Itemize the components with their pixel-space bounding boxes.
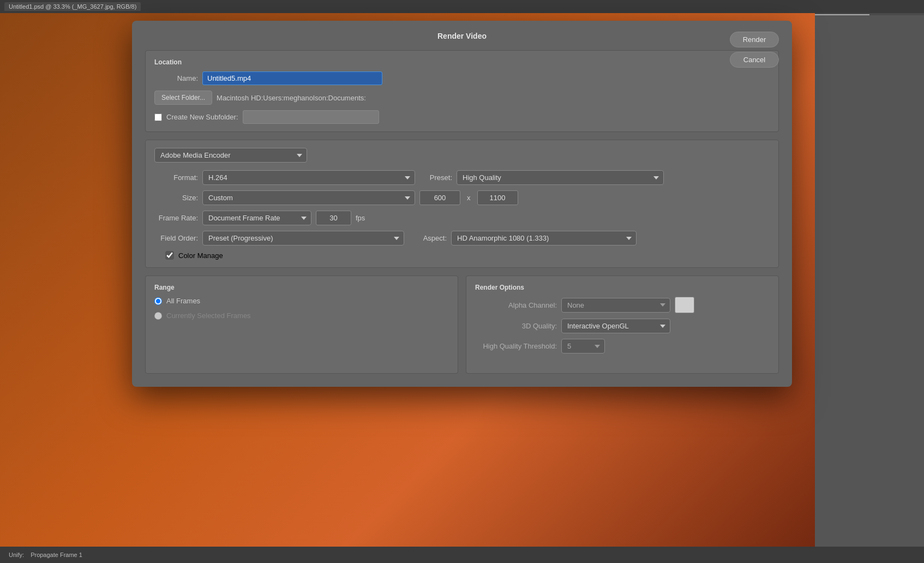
- range-section-label: Range: [154, 284, 449, 291]
- fps-input[interactable]: [316, 211, 351, 225]
- format-select[interactable]: H.264: [202, 170, 415, 185]
- all-frames-radio[interactable]: [154, 297, 162, 305]
- fps-label: fps: [356, 214, 365, 222]
- color-manage-label: Color Manage: [178, 251, 223, 260]
- location-section: Location Name: Select Folder... Macintos…: [145, 50, 779, 132]
- width-input[interactable]: [419, 190, 460, 205]
- encoder-select[interactable]: Adobe Media Encoder: [154, 148, 307, 163]
- render-button[interactable]: Render: [730, 32, 779, 47]
- render-video-dialog: Render Video Render Cancel Location Name…: [132, 21, 792, 387]
- selected-frames-radio[interactable]: [154, 312, 162, 320]
- quality-3d-row: 3D Quality: Interactive OpenGL: [475, 319, 770, 333]
- cancel-button[interactable]: Cancel: [730, 52, 779, 68]
- alpha-channel-select[interactable]: None: [561, 298, 670, 313]
- field-order-label: Field Order:: [154, 234, 198, 242]
- preset-select[interactable]: High Quality: [457, 170, 664, 185]
- subfolder-input[interactable]: [243, 110, 379, 124]
- folder-path: Macintosh HD:Users:meghanolson:Documents…: [217, 94, 366, 102]
- aspect-select[interactable]: HD Anamorphic 1080 (1.333): [451, 231, 637, 245]
- frame-rate-label: Frame Rate:: [154, 214, 198, 222]
- color-manage-checkbox[interactable]: [165, 251, 174, 260]
- color-manage-row: Color Manage: [154, 251, 770, 260]
- x-separator: x: [465, 194, 473, 202]
- selected-frames-label: Currently Selected Frames: [166, 312, 251, 320]
- all-frames-label: All Frames: [166, 297, 200, 305]
- aspect-label: Aspect:: [409, 234, 447, 242]
- threshold-select[interactable]: 5: [561, 339, 605, 354]
- threshold-label: High Quality Threshold:: [475, 342, 557, 350]
- alpha-channel-label: Alpha Channel:: [475, 301, 557, 309]
- range-section: Range All Frames Currently Selected Fram…: [145, 275, 458, 374]
- name-row: Name:: [154, 71, 770, 85]
- height-input[interactable]: [477, 190, 518, 205]
- all-frames-row: All Frames: [154, 297, 449, 305]
- render-options-section: Render Options Alpha Channel: None 3D Qu…: [466, 275, 779, 374]
- format-label: Format:: [154, 173, 198, 182]
- quality-3d-label: 3D Quality:: [475, 322, 557, 330]
- threshold-row: High Quality Threshold: 5: [475, 339, 770, 354]
- size-row: Size: Custom x: [154, 190, 770, 205]
- preset-label: Preset:: [419, 173, 452, 182]
- frame-rate-select[interactable]: Document Frame Rate: [202, 211, 311, 225]
- size-label: Size:: [154, 194, 198, 202]
- encoder-section: Adobe Media Encoder Format: H.264 Preset…: [145, 140, 779, 268]
- filename-input[interactable]: [202, 71, 382, 85]
- format-preset-row: Format: H.264 Preset: High Quality: [154, 170, 770, 185]
- alpha-channel-row: Alpha Channel: None: [475, 297, 770, 313]
- field-aspect-row: Field Order: Preset (Progressive) Aspect…: [154, 231, 770, 245]
- framerate-row: Frame Rate: Document Frame Rate fps: [154, 211, 770, 225]
- folder-row: Select Folder... Macintosh HD:Users:megh…: [154, 91, 770, 105]
- field-order-select[interactable]: Preset (Progressive): [202, 231, 404, 245]
- encoder-header: Adobe Media Encoder: [154, 148, 770, 163]
- render-options-label: Render Options: [475, 284, 770, 291]
- location-section-label: Location: [154, 58, 770, 66]
- selected-frames-row: Currently Selected Frames: [154, 312, 449, 320]
- dialog-overlay: Render Video Render Cancel Location Name…: [0, 0, 924, 563]
- color-swatch[interactable]: [675, 297, 694, 313]
- dialog-buttons: Render Cancel: [730, 32, 779, 68]
- quality-3d-select[interactable]: Interactive OpenGL: [561, 319, 670, 333]
- subfolder-row: Create New Subfolder:: [154, 110, 770, 124]
- subfolder-checkbox[interactable]: [154, 113, 162, 121]
- dialog-title: Render Video: [145, 32, 779, 40]
- bottom-row: Range All Frames Currently Selected Fram…: [145, 275, 779, 374]
- subfolder-label: Create New Subfolder:: [166, 113, 238, 121]
- select-folder-button[interactable]: Select Folder...: [154, 91, 212, 105]
- size-select[interactable]: Custom: [202, 190, 415, 205]
- name-label: Name:: [154, 74, 198, 82]
